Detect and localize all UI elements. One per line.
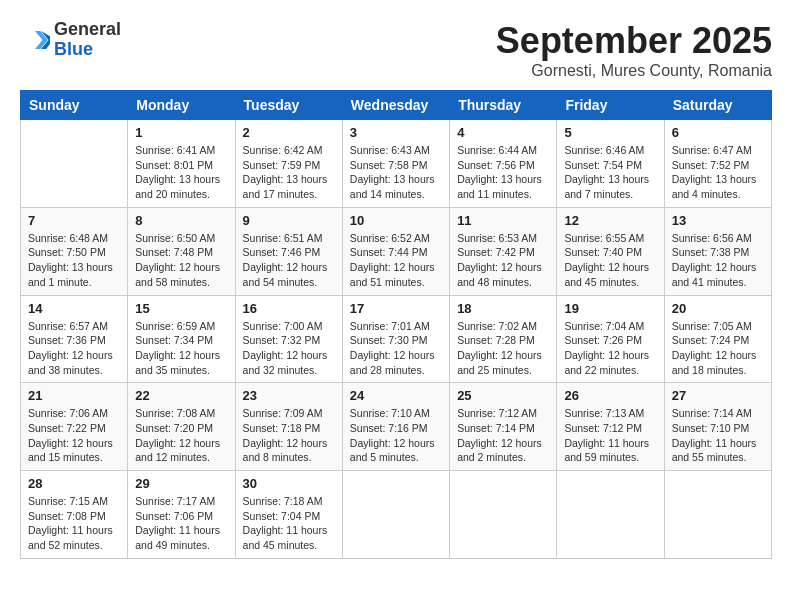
page-header: General Blue September 2025 Gornesti, Mu…	[20, 20, 772, 80]
day-detail: Sunrise: 7:01 AMSunset: 7:30 PMDaylight:…	[350, 319, 442, 378]
day-detail: Sunrise: 7:13 AMSunset: 7:12 PMDaylight:…	[564, 406, 656, 465]
day-number: 28	[28, 476, 120, 491]
day-number: 17	[350, 301, 442, 316]
day-detail: Sunrise: 6:59 AMSunset: 7:34 PMDaylight:…	[135, 319, 227, 378]
day-number: 7	[28, 213, 120, 228]
day-number: 16	[243, 301, 335, 316]
weekday-header-friday: Friday	[557, 91, 664, 120]
calendar-cell: 29Sunrise: 7:17 AMSunset: 7:06 PMDayligh…	[128, 471, 235, 559]
day-detail: Sunrise: 7:09 AMSunset: 7:18 PMDaylight:…	[243, 406, 335, 465]
day-number: 10	[350, 213, 442, 228]
day-number: 6	[672, 125, 764, 140]
calendar-cell: 8Sunrise: 6:50 AMSunset: 7:48 PMDaylight…	[128, 207, 235, 295]
day-number: 15	[135, 301, 227, 316]
calendar-cell: 21Sunrise: 7:06 AMSunset: 7:22 PMDayligh…	[21, 383, 128, 471]
day-detail: Sunrise: 6:44 AMSunset: 7:56 PMDaylight:…	[457, 143, 549, 202]
day-number: 11	[457, 213, 549, 228]
location-title: Gornesti, Mures County, Romania	[496, 62, 772, 80]
day-detail: Sunrise: 6:55 AMSunset: 7:40 PMDaylight:…	[564, 231, 656, 290]
calendar-cell: 30Sunrise: 7:18 AMSunset: 7:04 PMDayligh…	[235, 471, 342, 559]
day-number: 18	[457, 301, 549, 316]
day-number: 12	[564, 213, 656, 228]
day-number: 29	[135, 476, 227, 491]
day-number: 26	[564, 388, 656, 403]
day-number: 24	[350, 388, 442, 403]
day-number: 5	[564, 125, 656, 140]
title-area: September 2025 Gornesti, Mures County, R…	[496, 20, 772, 80]
day-number: 9	[243, 213, 335, 228]
calendar: SundayMondayTuesdayWednesdayThursdayFrid…	[20, 90, 772, 559]
day-number: 19	[564, 301, 656, 316]
weekday-header-tuesday: Tuesday	[235, 91, 342, 120]
day-detail: Sunrise: 7:14 AMSunset: 7:10 PMDaylight:…	[672, 406, 764, 465]
day-number: 25	[457, 388, 549, 403]
month-title: September 2025	[496, 20, 772, 62]
calendar-cell: 16Sunrise: 7:00 AMSunset: 7:32 PMDayligh…	[235, 295, 342, 383]
day-number: 14	[28, 301, 120, 316]
logo-blue: Blue	[54, 39, 93, 59]
calendar-week-3: 14Sunrise: 6:57 AMSunset: 7:36 PMDayligh…	[21, 295, 772, 383]
day-number: 8	[135, 213, 227, 228]
day-detail: Sunrise: 7:02 AMSunset: 7:28 PMDaylight:…	[457, 319, 549, 378]
day-number: 3	[350, 125, 442, 140]
day-detail: Sunrise: 6:53 AMSunset: 7:42 PMDaylight:…	[457, 231, 549, 290]
day-number: 13	[672, 213, 764, 228]
logo-general: General	[54, 19, 121, 39]
calendar-cell: 22Sunrise: 7:08 AMSunset: 7:20 PMDayligh…	[128, 383, 235, 471]
calendar-cell: 12Sunrise: 6:55 AMSunset: 7:40 PMDayligh…	[557, 207, 664, 295]
calendar-cell: 2Sunrise: 6:42 AMSunset: 7:59 PMDaylight…	[235, 120, 342, 208]
calendar-cell	[557, 471, 664, 559]
day-detail: Sunrise: 6:41 AMSunset: 8:01 PMDaylight:…	[135, 143, 227, 202]
calendar-cell: 28Sunrise: 7:15 AMSunset: 7:08 PMDayligh…	[21, 471, 128, 559]
calendar-cell: 4Sunrise: 6:44 AMSunset: 7:56 PMDaylight…	[450, 120, 557, 208]
logo-icon	[20, 25, 50, 55]
calendar-cell: 5Sunrise: 6:46 AMSunset: 7:54 PMDaylight…	[557, 120, 664, 208]
calendar-cell: 19Sunrise: 7:04 AMSunset: 7:26 PMDayligh…	[557, 295, 664, 383]
calendar-cell	[450, 471, 557, 559]
day-number: 1	[135, 125, 227, 140]
calendar-cell: 13Sunrise: 6:56 AMSunset: 7:38 PMDayligh…	[664, 207, 771, 295]
calendar-cell: 24Sunrise: 7:10 AMSunset: 7:16 PMDayligh…	[342, 383, 449, 471]
logo: General Blue	[20, 20, 121, 60]
day-detail: Sunrise: 6:46 AMSunset: 7:54 PMDaylight:…	[564, 143, 656, 202]
calendar-cell: 10Sunrise: 6:52 AMSunset: 7:44 PMDayligh…	[342, 207, 449, 295]
day-number: 21	[28, 388, 120, 403]
day-detail: Sunrise: 6:57 AMSunset: 7:36 PMDaylight:…	[28, 319, 120, 378]
day-detail: Sunrise: 7:15 AMSunset: 7:08 PMDaylight:…	[28, 494, 120, 553]
day-detail: Sunrise: 7:18 AMSunset: 7:04 PMDaylight:…	[243, 494, 335, 553]
day-detail: Sunrise: 6:42 AMSunset: 7:59 PMDaylight:…	[243, 143, 335, 202]
day-detail: Sunrise: 7:10 AMSunset: 7:16 PMDaylight:…	[350, 406, 442, 465]
day-number: 2	[243, 125, 335, 140]
day-detail: Sunrise: 6:48 AMSunset: 7:50 PMDaylight:…	[28, 231, 120, 290]
calendar-cell: 20Sunrise: 7:05 AMSunset: 7:24 PMDayligh…	[664, 295, 771, 383]
calendar-cell: 14Sunrise: 6:57 AMSunset: 7:36 PMDayligh…	[21, 295, 128, 383]
calendar-week-4: 21Sunrise: 7:06 AMSunset: 7:22 PMDayligh…	[21, 383, 772, 471]
day-detail: Sunrise: 7:08 AMSunset: 7:20 PMDaylight:…	[135, 406, 227, 465]
day-number: 27	[672, 388, 764, 403]
day-detail: Sunrise: 7:06 AMSunset: 7:22 PMDaylight:…	[28, 406, 120, 465]
day-detail: Sunrise: 6:43 AMSunset: 7:58 PMDaylight:…	[350, 143, 442, 202]
calendar-cell: 26Sunrise: 7:13 AMSunset: 7:12 PMDayligh…	[557, 383, 664, 471]
day-detail: Sunrise: 7:00 AMSunset: 7:32 PMDaylight:…	[243, 319, 335, 378]
calendar-cell	[342, 471, 449, 559]
day-detail: Sunrise: 6:56 AMSunset: 7:38 PMDaylight:…	[672, 231, 764, 290]
calendar-cell: 7Sunrise: 6:48 AMSunset: 7:50 PMDaylight…	[21, 207, 128, 295]
logo-text: General Blue	[54, 20, 121, 60]
day-detail: Sunrise: 6:51 AMSunset: 7:46 PMDaylight:…	[243, 231, 335, 290]
day-detail: Sunrise: 6:52 AMSunset: 7:44 PMDaylight:…	[350, 231, 442, 290]
calendar-week-2: 7Sunrise: 6:48 AMSunset: 7:50 PMDaylight…	[21, 207, 772, 295]
day-number: 23	[243, 388, 335, 403]
calendar-header-row: SundayMondayTuesdayWednesdayThursdayFrid…	[21, 91, 772, 120]
day-detail: Sunrise: 7:12 AMSunset: 7:14 PMDaylight:…	[457, 406, 549, 465]
day-number: 30	[243, 476, 335, 491]
day-number: 4	[457, 125, 549, 140]
calendar-cell: 25Sunrise: 7:12 AMSunset: 7:14 PMDayligh…	[450, 383, 557, 471]
calendar-cell: 11Sunrise: 6:53 AMSunset: 7:42 PMDayligh…	[450, 207, 557, 295]
day-detail: Sunrise: 6:50 AMSunset: 7:48 PMDaylight:…	[135, 231, 227, 290]
weekday-header-monday: Monday	[128, 91, 235, 120]
calendar-cell: 23Sunrise: 7:09 AMSunset: 7:18 PMDayligh…	[235, 383, 342, 471]
calendar-week-1: 1Sunrise: 6:41 AMSunset: 8:01 PMDaylight…	[21, 120, 772, 208]
weekday-header-wednesday: Wednesday	[342, 91, 449, 120]
day-number: 20	[672, 301, 764, 316]
weekday-header-thursday: Thursday	[450, 91, 557, 120]
